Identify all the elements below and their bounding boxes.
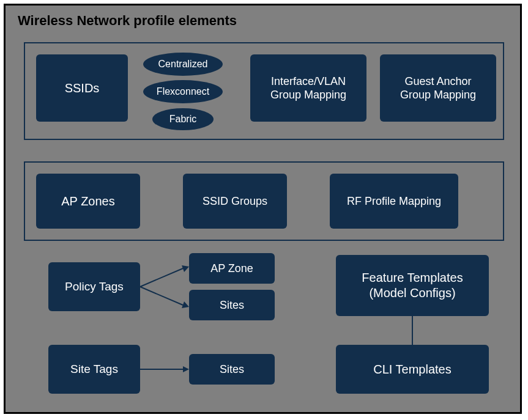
box-policy-tags: Policy Tags [48,262,140,311]
box-ap-zone: AP Zone [189,253,275,284]
box-sites-policy: Sites [189,290,275,320]
diagram-outer-frame: Wireless Network profile elements SSIDs … [4,4,522,414]
svg-marker-1 [182,265,189,272]
diagram-title: Wireless Network profile elements [18,13,237,29]
svg-line-0 [140,268,183,287]
box-cli-templates: CLI Templates [336,345,489,394]
box-ssids: SSIDs [36,54,128,122]
box-interface-vlan: Interface/VLAN Group Mapping [250,54,366,122]
box-sites-site: Sites [189,354,275,385]
line-feature-to-cli [409,316,415,345]
pill-fabric: Fabric [152,108,214,130]
arrow-sitetags-to-sites [140,363,189,375]
pill-flexconnect: Flexconnect [143,80,223,103]
svg-marker-3 [182,301,189,308]
box-ap-zones: AP Zones [36,174,140,229]
svg-marker-5 [183,366,189,372]
box-ssid-groups: SSID Groups [183,174,287,229]
arrow-policy-to-apzone [140,253,189,290]
pill-centralized: Centralized [143,53,223,76]
box-feature-templates: Feature Templates (Model Configs) [336,255,489,316]
box-guest-anchor: Guest Anchor Group Mapping [380,54,496,122]
svg-line-2 [140,287,183,305]
box-rf-profile-mapping: RF Profile Mapping [330,174,458,229]
arrow-policy-to-sites [140,284,189,320]
box-site-tags: Site Tags [48,345,140,394]
